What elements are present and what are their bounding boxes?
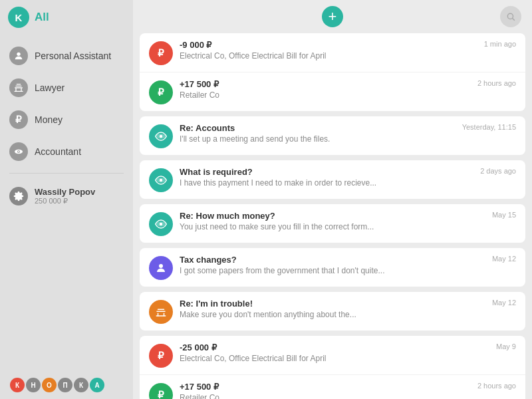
person-icon — [9, 47, 28, 65]
message-preview: Retailer Co — [180, 393, 516, 399]
message-title: Re: Accounts — [180, 123, 235, 133]
message-preview: Electrical Co, Office Electrical Bill fo… — [180, 354, 516, 363]
message-content: -9 000 ₽ 1 min ago Electrical Co, Office… — [180, 40, 516, 61]
message-group: Re: Accounts Yesterday, 11:15 I'll set u… — [140, 116, 525, 155]
message-item[interactable]: What is required? 2 days ago I have this… — [140, 160, 525, 199]
message-item[interactable]: ₽ +17 500 ₽ 2 hours ago Retailer Co — [140, 375, 525, 399]
eye-icon — [9, 142, 28, 161]
sidebar-item-accountant[interactable]: Accountant — [0, 136, 133, 168]
sidebar-item-label: Lawyer — [35, 82, 65, 93]
message-item[interactable]: Re: How much money? May 15 You just need… — [140, 204, 525, 243]
svg-point-17 — [160, 223, 163, 226]
message-avatar — [149, 300, 173, 324]
message-title: Tax changes? — [180, 255, 237, 265]
message-group: ₽ -9 000 ₽ 1 min ago Electrical Co, Offi… — [140, 33, 525, 111]
sidebar-item-money[interactable]: ₽ Money — [0, 104, 133, 136]
message-group: ₽ -25 000 ₽ May 9 Electrical Co, Office … — [140, 336, 525, 399]
svg-rect-23 — [156, 315, 166, 317]
main-content: + ₽ -9 000 ₽ 1 min ago Electrical Co, Of… — [133, 0, 532, 399]
message-title: -9 000 ₽ — [180, 40, 211, 50]
main-header: + — [133, 0, 532, 33]
svg-rect-20 — [158, 309, 165, 311]
message-preview: Make sure you don't mention anything abo… — [180, 310, 516, 319]
message-preview: I'll set up a meeting and send you the f… — [180, 134, 516, 144]
message-content: What is required? 2 days ago I have this… — [180, 167, 516, 188]
message-preview: I got some papers from the government th… — [180, 266, 516, 275]
message-time: 2 days ago — [480, 167, 516, 175]
sidebar-item-lawyer[interactable]: Lawyer — [0, 72, 133, 104]
svg-rect-2 — [15, 86, 21, 86]
message-top: Tax changes? May 12 — [180, 255, 516, 265]
message-avatar — [149, 124, 173, 148]
message-title: -25 000 ₽ — [180, 342, 217, 352]
message-item[interactable]: Re: Accounts Yesterday, 11:15 I'll set u… — [140, 116, 525, 155]
message-content: -25 000 ₽ May 9 Electrical Co, Office El… — [180, 342, 516, 363]
message-time: 2 hours ago — [477, 79, 516, 87]
knopka-o: О — [42, 378, 57, 392]
svg-line-11 — [513, 19, 515, 21]
svg-point-10 — [507, 13, 513, 19]
message-top: Re: How much money? May 15 — [180, 211, 516, 221]
message-title: Re: How much money? — [180, 211, 275, 221]
search-button[interactable] — [500, 6, 521, 27]
message-title: Re: I'm in trouble! — [180, 299, 253, 309]
sidebar-item-label: Personal Assistant — [35, 51, 111, 61]
svg-point-13 — [160, 135, 163, 138]
knopka-a: А — [90, 378, 104, 392]
gear-icon — [9, 187, 28, 205]
sidebar-item-label: Accountant — [35, 146, 81, 157]
knopka-logo: К Н О П К А — [9, 378, 105, 392]
message-item[interactable]: ₽ +17 500 ₽ 2 hours ago Retailer Co — [140, 72, 525, 111]
message-group: Re: How much money? May 15 You just need… — [140, 204, 525, 243]
sidebar-item-personal-assistant[interactable]: Personal Assistant — [0, 40, 133, 72]
knopka-k2: К — [74, 378, 88, 392]
svg-point-15 — [160, 179, 163, 182]
message-item[interactable]: ₽ -25 000 ₽ May 9 Electrical Co, Office … — [140, 336, 525, 375]
message-avatar: ₽ — [149, 80, 173, 104]
message-title: +17 500 ₽ — [180, 79, 219, 89]
sidebar-divider — [9, 173, 124, 174]
sidebar-footer: К Н О П К А — [0, 371, 133, 399]
message-top: -25 000 ₽ May 9 — [180, 342, 516, 352]
message-preview: You just need to make sure you fill in t… — [180, 222, 516, 231]
message-time: May 12 — [492, 299, 516, 307]
message-item[interactable]: Tax changes? May 12 I got some papers fr… — [140, 248, 525, 287]
knopka-p: П — [58, 378, 72, 392]
svg-rect-19 — [156, 311, 166, 313]
message-group: Tax changes? May 12 I got some papers fr… — [140, 248, 525, 287]
messages-list: ₽ -9 000 ₽ 1 min ago Electrical Co, Offi… — [133, 33, 532, 399]
lawyer-icon — [9, 78, 28, 97]
all-label[interactable]: All — [35, 11, 49, 24]
message-avatar: ₽ — [149, 383, 173, 399]
message-item[interactable]: Re: I'm in trouble! May 12 Make sure you… — [140, 292, 525, 331]
svg-rect-6 — [14, 91, 23, 92]
message-top: +17 500 ₽ 2 hours ago — [180, 382, 516, 392]
message-content: Re: Accounts Yesterday, 11:15 I'll set u… — [180, 123, 516, 144]
sidebar-nav: Personal Assistant Lawyer ₽ Money Accoun… — [0, 35, 133, 371]
ruble-icon: ₽ — [9, 110, 28, 129]
message-avatar — [149, 256, 173, 280]
message-avatar — [149, 212, 173, 236]
sidebar-item-label: Money — [35, 114, 63, 125]
message-top: -9 000 ₽ 1 min ago — [180, 40, 516, 50]
knopka-k1: К — [10, 378, 25, 392]
sidebar-user[interactable]: Wassily Popov 250 000 ₽ — [0, 179, 133, 213]
sidebar: K All Personal Assistant Lawyer ₽ Money — [0, 0, 133, 399]
message-content: Re: How much money? May 15 You just need… — [180, 211, 516, 231]
message-time: May 12 — [492, 255, 516, 263]
message-group: What is required? 2 days ago I have this… — [140, 160, 525, 199]
message-item[interactable]: ₽ -9 000 ₽ 1 min ago Electrical Co, Offi… — [140, 33, 525, 72]
message-top: What is required? 2 days ago — [180, 167, 516, 177]
knopka-n: Н — [26, 378, 41, 392]
message-preview: Electrical Co, Office Electrical Bill fo… — [180, 51, 516, 61]
message-avatar: ₽ — [149, 344, 173, 368]
message-top: Re: Accounts Yesterday, 11:15 — [180, 123, 516, 133]
message-time: Yesterday, 11:15 — [462, 123, 516, 131]
message-content: +17 500 ₽ 2 hours ago Retailer Co — [180, 382, 516, 399]
message-avatar: ₽ — [149, 41, 173, 65]
svg-point-9 — [18, 151, 19, 152]
svg-rect-1 — [15, 87, 23, 88]
sidebar-header: K All — [0, 0, 133, 35]
message-top: +17 500 ₽ 2 hours ago — [180, 79, 516, 89]
add-button[interactable]: + — [322, 6, 343, 27]
